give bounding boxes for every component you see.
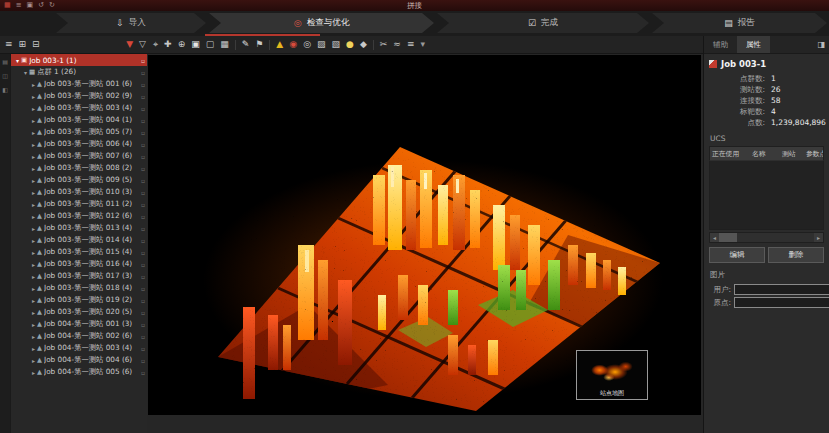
- target-marker-icon[interactable]: ◉: [289, 40, 297, 49]
- tree-row-visibility-icon[interactable]: ▫: [141, 165, 145, 172]
- tree-row-visibility-icon[interactable]: ▫: [141, 117, 145, 124]
- tree-row-visibility-icon[interactable]: ▫: [141, 249, 145, 256]
- tree-item[interactable]: ▸ ▲ Job 004-第一测站 005 (6) ▫: [11, 366, 147, 378]
- tree-caret-icon[interactable]: ▸: [30, 237, 37, 244]
- filter-icon[interactable]: ▽: [139, 40, 146, 49]
- tree-caret-icon[interactable]: ▸: [30, 213, 37, 220]
- measure-tool-icon[interactable]: ✎: [242, 40, 250, 49]
- minimap[interactable]: 站点地图: [576, 350, 648, 400]
- workflow-tab[interactable]: ☑ 完成: [437, 13, 649, 33]
- workflow-tab[interactable]: ◎ 检查与优化: [209, 13, 434, 33]
- tree-item[interactable]: ▸ ▲ Job 003-第一测站 013 (4) ▫: [11, 222, 147, 234]
- main-viewport[interactable]: 站点地图: [148, 55, 701, 415]
- tree-row-visibility-icon[interactable]: ▫: [141, 141, 145, 148]
- tree-item[interactable]: ▸ ▲ Job 004-第一测站 004 (6) ▫: [11, 354, 147, 366]
- tree-caret-icon[interactable]: ▸: [30, 81, 37, 88]
- profile-tool-icon[interactable]: ≈: [393, 40, 401, 49]
- tree-caret-icon[interactable]: ▸: [30, 285, 37, 292]
- tree-caret-icon[interactable]: ▸: [30, 345, 37, 352]
- eraser-tool-icon[interactable]: ▨: [317, 40, 326, 49]
- ucs-horizontal-scrollbar[interactable]: ◂ ▸: [709, 232, 824, 243]
- select-tool-icon[interactable]: ⌖: [153, 40, 158, 49]
- tree-caret-icon[interactable]: ▸: [30, 225, 37, 232]
- tree-caret-icon[interactable]: ▸: [30, 201, 37, 208]
- tree-caret-icon[interactable]: ▸: [30, 105, 37, 112]
- warning-marker-icon[interactable]: ▲: [276, 40, 283, 49]
- tree-row-visibility-icon[interactable]: ▫: [141, 213, 145, 220]
- tree-row-visibility-icon[interactable]: ▫: [141, 369, 145, 376]
- origin-field[interactable]: [734, 297, 829, 308]
- clip-panel-icon[interactable]: ◧: [2, 86, 8, 93]
- tree-caret-icon[interactable]: ▸: [30, 93, 37, 100]
- tree-caret-icon[interactable]: ▸: [30, 117, 37, 124]
- tree-item[interactable]: ▸ ▲ Job 004-第一测站 001 (3) ▫: [11, 318, 147, 330]
- tree-caret-icon[interactable]: ▸: [30, 177, 37, 184]
- tree-caret-icon[interactable]: ▸: [30, 273, 37, 280]
- views-panel-icon[interactable]: ◫: [2, 72, 8, 79]
- layers-icon[interactable]: ≡: [407, 40, 415, 49]
- tree-item[interactable]: ▸ ▲ Job 004-第一测站 003 (4) ▫: [11, 342, 147, 354]
- tree-item[interactable]: ▸ ▲ Job 003-第一测站 015 (4) ▫: [11, 246, 147, 258]
- toolbar-separator[interactable]: [235, 40, 236, 50]
- tree-row-visibility-icon[interactable]: ▫: [141, 357, 145, 364]
- tree-row-visibility-icon[interactable]: ▫: [141, 333, 145, 340]
- tree-item[interactable]: ▸ ▲ Job 003-第一测站 011 (2) ▫: [11, 198, 147, 210]
- tree-row-visibility-icon[interactable]: ▫: [141, 57, 145, 64]
- tree-caret-icon[interactable]: ▸: [30, 369, 37, 376]
- tree-row-visibility-icon[interactable]: ▫: [141, 201, 145, 208]
- tree-caret-icon[interactable]: ▸: [30, 129, 37, 136]
- tree-caret-icon[interactable]: ▸: [30, 309, 37, 316]
- tree-caret-icon[interactable]: ▸: [30, 357, 37, 364]
- grid-view-icon[interactable]: ▦: [220, 40, 229, 49]
- tree-caret-icon[interactable]: ▸: [30, 297, 37, 304]
- tree-row-visibility-icon[interactable]: ▫: [141, 261, 145, 268]
- tree-item[interactable]: ▸ ▲ Job 003-第一测站 006 (4) ▫: [11, 138, 147, 150]
- annotation-flag-icon[interactable]: ⚑: [255, 40, 263, 49]
- tree-row-visibility-icon[interactable]: ▫: [141, 177, 145, 184]
- tree-caret-icon[interactable]: ▸: [30, 321, 37, 328]
- tree-row-visibility-icon[interactable]: ▫: [141, 153, 145, 160]
- zoom-window-icon[interactable]: ⊕: [178, 40, 186, 49]
- tree-row-visibility-icon[interactable]: ▫: [141, 69, 145, 76]
- scroll-right-icon[interactable]: ▸: [814, 233, 823, 242]
- filter-active-icon[interactable]: ▼: [126, 40, 133, 49]
- tree-caret-icon[interactable]: ▸: [30, 261, 37, 268]
- tree-caret-icon[interactable]: ▾: [14, 57, 21, 64]
- tree-row-visibility-icon[interactable]: ▫: [141, 81, 145, 88]
- scroll-left-icon[interactable]: ◂: [710, 233, 719, 242]
- tree-item[interactable]: ▸ ▲ Job 003-第一测站 014 (4) ▫: [11, 234, 147, 246]
- tree-row-visibility-icon[interactable]: ▫: [141, 285, 145, 292]
- tree-item[interactable]: ▾ ▦ 点群 1 (26) ▫: [11, 66, 147, 78]
- tree-caret-icon[interactable]: ▸: [30, 189, 37, 196]
- tree-item[interactable]: ▸ ▲ Job 003-第一测站 002 (9) ▫: [11, 90, 147, 102]
- tree-row-visibility-icon[interactable]: ▫: [141, 225, 145, 232]
- tree-row-visibility-icon[interactable]: ▫: [141, 309, 145, 316]
- pin-icon[interactable]: ◆: [360, 40, 367, 49]
- panel-tab[interactable]: 属性: [737, 36, 770, 53]
- tree-item[interactable]: ▸ ▲ Job 003-第一测站 004 (1) ▫: [11, 114, 147, 126]
- cut-tool-icon[interactable]: ✂: [380, 40, 388, 49]
- tree-row-visibility-icon[interactable]: ▫: [141, 189, 145, 196]
- tree-item[interactable]: ▸ ▲ Job 003-第一测站 010 (3) ▫: [11, 186, 147, 198]
- paint-select-icon[interactable]: ▧: [332, 40, 341, 49]
- tree-row-visibility-icon[interactable]: ▫: [141, 105, 145, 112]
- expand-all-icon[interactable]: ⊞: [19, 40, 27, 49]
- tree-item[interactable]: ▸ ▲ Job 003-第一测站 016 (4) ▫: [11, 258, 147, 270]
- scrollbar-track[interactable]: [719, 233, 814, 242]
- tree-item[interactable]: ▸ ▲ Job 003-第一测站 001 (6) ▫: [11, 78, 147, 90]
- panel-layout-icon[interactable]: ◨: [817, 40, 829, 49]
- tree-item[interactable]: ▸ ▲ Job 003-第一测站 018 (4) ▫: [11, 282, 147, 294]
- toolbar-separator[interactable]: [373, 40, 374, 50]
- toolbar-separator[interactable]: [269, 40, 270, 50]
- project-panel-icon[interactable]: ▤: [2, 58, 8, 65]
- tree-caret-icon[interactable]: ▸: [30, 333, 37, 340]
- pan-tool-icon[interactable]: ✚: [164, 40, 172, 49]
- workflow-tab[interactable]: ⇩ 导入: [56, 13, 206, 33]
- tree-item[interactable]: ▸ ▲ Job 003-第一测站 003 (4) ▫: [11, 102, 147, 114]
- tree-caret-icon[interactable]: ▸: [30, 141, 37, 148]
- delete-button[interactable]: 删除: [768, 247, 824, 263]
- sphere-target-icon[interactable]: ◎: [303, 40, 311, 49]
- tree-item[interactable]: ▸ ▲ Job 003-第一测站 020 (5) ▫: [11, 306, 147, 318]
- workflow-tab[interactable]: ▤ 报告: [652, 13, 827, 33]
- tree-list-icon[interactable]: ≡: [5, 40, 13, 49]
